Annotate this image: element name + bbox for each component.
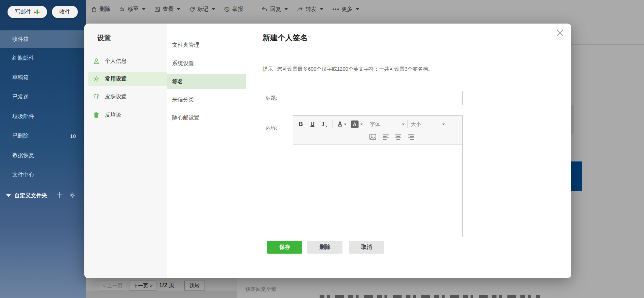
align-left-button[interactable] — [383, 132, 389, 142]
signature-title-input[interactable] — [293, 91, 463, 105]
bold-button[interactable]: B — [296, 119, 306, 129]
sidebar-item-data-recovery[interactable]: 数据恢复 — [0, 146, 86, 164]
rich-text-editor: B U Tx A A 字体 — [293, 115, 463, 237]
compose-label: 写邮件 — [15, 9, 31, 16]
colored-plus-icon — [34, 9, 40, 15]
settings-title: 设置 — [97, 33, 111, 43]
font-size-dropdown[interactable]: 大小 — [409, 119, 446, 129]
align-center-button[interactable] — [395, 132, 402, 142]
folder-settings-icon[interactable] — [69, 192, 75, 198]
sidebar: 写邮件 收件 收件箱 红旗邮件 草稿箱 已发送 垃圾邮件 已删除 10 数据恢复… — [0, 0, 86, 298]
nav-item-skin-settings[interactable]: 皮肤设置 — [88, 89, 167, 104]
person-icon — [93, 58, 100, 65]
trash-icon — [93, 112, 100, 118]
underline-button[interactable]: U — [308, 119, 317, 129]
receive-mail-button[interactable]: 收件 — [52, 6, 78, 18]
align-right-icon — [407, 134, 414, 140]
align-right-button[interactable] — [407, 132, 414, 142]
remove-format-button[interactable]: Tx — [319, 119, 330, 129]
chevron-down-icon — [442, 124, 445, 125]
app-root: 删除 移至 查看 标记 举报 回复 转发 — [0, 0, 644, 298]
bg-color-button[interactable]: A — [349, 119, 364, 129]
subnav-item-suixin-mail-settings[interactable]: 随心邮设置 — [167, 110, 246, 125]
receive-label: 收件 — [59, 9, 70, 16]
cancel-button[interactable]: 取消 — [349, 241, 384, 254]
deleted-count-badge: 10 — [70, 133, 76, 139]
sidebar-item-flagged[interactable]: 红旗邮件 — [0, 49, 86, 67]
insert-image-button[interactable] — [369, 132, 376, 142]
sidebar-item-spam[interactable]: 垃圾邮件 — [0, 108, 86, 125]
nav-item-common-settings[interactable]: 常用设置 — [88, 72, 167, 86]
content-field-label: 内容: — [266, 125, 277, 131]
chevron-down-icon — [360, 124, 363, 125]
nav-item-anti-spam[interactable]: 反垃圾 — [88, 108, 167, 122]
editor-content-area[interactable] — [293, 145, 462, 237]
sidebar-item-sent[interactable]: 已发送 — [0, 88, 86, 106]
sidebar-item-deleted[interactable]: 已删除 10 — [0, 127, 86, 145]
settings-nav-panel: 设置 个人信息 常用设置 皮肤设置 反垃圾 — [84, 24, 167, 278]
signature-panel: 新建个人签名 提示 : 您可设置最多600个汉字或1200个英文字符；一共可设置… — [246, 24, 571, 278]
chevron-down-icon — [402, 124, 405, 125]
subnav-item-signature[interactable]: 签名 — [167, 74, 246, 89]
image-icon — [369, 134, 376, 140]
sidebar-item-drafts[interactable]: 草稿箱 — [0, 69, 86, 86]
align-left-icon — [383, 134, 389, 140]
custom-folders-label: 自定义文件夹 — [14, 192, 47, 199]
signature-tip: 提示 : 您可设置最多600个汉字或1200个英文字符；一共可设置3个签名档。 — [263, 66, 433, 72]
close-icon[interactable] — [556, 28, 564, 37]
subnav-item-folder-management[interactable]: 文件夹管理 — [167, 38, 246, 53]
subnav-item-system-settings[interactable]: 系统设置 — [167, 56, 246, 71]
shirt-icon — [93, 93, 100, 100]
gear-icon — [93, 75, 100, 82]
custom-folders-header[interactable]: 自定义文件夹 — [0, 190, 86, 201]
compose-button[interactable]: 写邮件 — [8, 6, 47, 18]
chevron-down-icon — [344, 124, 347, 125]
save-button[interactable]: 保存 — [267, 241, 302, 254]
editor-toolbar: B U Tx A A 字体 — [293, 116, 462, 145]
font-family-dropdown[interactable]: 字体 — [368, 119, 406, 129]
collapse-triangle-icon[interactable] — [6, 194, 11, 197]
panel-divider — [246, 59, 571, 59]
sidebar-item-inbox[interactable]: 收件箱 — [0, 30, 86, 48]
panel-title: 新建个人签名 — [263, 33, 308, 43]
subnav-item-mail-classification[interactable]: 来信分类 — [167, 92, 246, 107]
add-folder-icon[interactable] — [57, 192, 63, 198]
settings-subnav-panel: 文件夹管理 系统设置 签名 来信分类 随心邮设置 — [167, 24, 246, 278]
align-center-icon — [395, 134, 402, 140]
sidebar-item-file-center[interactable]: 文件中心 — [0, 166, 86, 184]
nav-item-personal-info[interactable]: 个人信息 — [88, 54, 167, 68]
title-field-label: 标题: — [266, 95, 277, 101]
delete-button[interactable]: 删除 — [307, 241, 342, 254]
settings-modal: 设置 个人信息 常用设置 皮肤设置 反垃圾 文件夹管理 系统设置 签名 来信分类 — [84, 24, 571, 278]
text-color-button[interactable]: A — [335, 119, 349, 129]
